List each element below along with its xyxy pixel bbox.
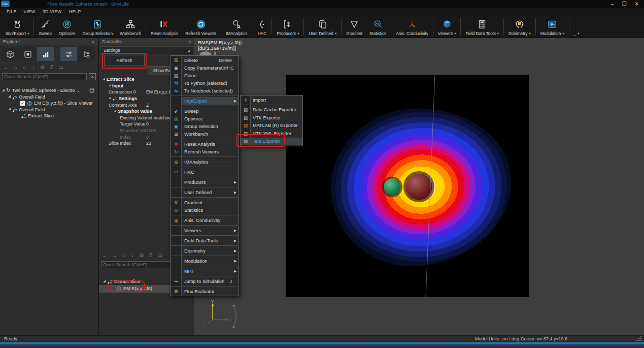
context-menu-item[interactable]: Imp/Export ▶ [171, 97, 239, 105]
expander-icon[interactable] [8, 95, 11, 98]
resize-grip[interactable] [636, 336, 642, 341]
context-menu-item[interactable]: ☒ Delete Delete [171, 56, 239, 64]
context-menu-item[interactable]: ▣ Copy Parameters Ctrl+C [171, 64, 239, 72]
tree-row-simulation[interactable]: ↻ Two Metallic Spheres - Electro Quasi-S… [0, 87, 98, 94]
tab-hierarchy[interactable] [78, 47, 95, 61]
context-menu-item[interactable]: ✖ Reset Analysis [171, 140, 239, 148]
menu-bar-item[interactable]: HELP [65, 9, 85, 14]
toolbar-viewers[interactable]: Viewers▾ [434, 16, 460, 38]
context-menu-item[interactable]: ψ Anis. Conducivity [171, 216, 239, 224]
expander-icon[interactable] [109, 84, 111, 86]
context-menu-item[interactable]: ◠ HAC [171, 168, 239, 176]
toolbar-statistics[interactable]: Statistics [366, 16, 390, 38]
context-menu-item[interactable]: ∇ Gradient [171, 199, 239, 206]
close-button[interactable]: ✕ [635, 2, 639, 7]
restore-button[interactable]: ❐ [622, 2, 627, 7]
tree-row-overall-field-1[interactable]: Overall Field [0, 94, 98, 101]
quick-search-input[interactable] [2, 73, 87, 80]
tree-row-em-slice-viewer[interactable]: ✓ EM E(x,y,z,f0) - Slice Viewer [0, 100, 98, 107]
toolbar-dosimetry[interactable]: Dosimetry▾ [505, 16, 534, 38]
context-menu-item[interactable]: ↻ Refresh Viewers [171, 148, 239, 155]
nav-icon[interactable]: Z [148, 252, 154, 259]
submenu-item[interactable]: ▤ VTK Exporter [241, 114, 302, 122]
submenu-item[interactable]: ▤ Data Cache Exporter [241, 106, 302, 114]
nav-icon[interactable]: ↓ [129, 252, 135, 259]
context-menu-item[interactable]: ⊙ Statistics [171, 206, 239, 214]
context-menu-item[interactable]: Field Data Tools ▶ [171, 237, 239, 244]
expander-icon[interactable] [114, 110, 116, 112]
context-menu-item[interactable]: Modulation ▶ [171, 257, 239, 265]
nav-icon[interactable]: ⊙ [40, 65, 46, 71]
context-menu-item[interactable]: ⊙ IMAnalytics [171, 158, 239, 166]
property-value[interactable]: 1000 [146, 128, 156, 133]
toolbar-gradient[interactable]: Gradient [343, 16, 366, 38]
context-menu-item[interactable]: ⇆ To Notebook (selected) [171, 87, 239, 94]
toolbar-modulation[interactable]: Modulation▾ [537, 16, 568, 38]
nav-icon[interactable]: ▭ [157, 252, 163, 259]
context-menu-item[interactable]: ⚙ Flux Evaluator [171, 288, 239, 295]
menu-bar-item[interactable]: VIEW [20, 9, 39, 14]
context-menu-item[interactable]: Viewers ▶ [171, 227, 239, 234]
expander-icon[interactable] [109, 97, 111, 99]
panel-close-icon[interactable]: ✕ [91, 40, 95, 44]
property-value[interactable]: not matching [146, 115, 172, 120]
nav-icon[interactable]: ⌂ [21, 65, 27, 71]
context-menu-item[interactable]: Dosimetry ▶ [171, 247, 239, 255]
nav-icon[interactable]: ⌂ [120, 252, 126, 259]
toolbar-field-data-tools[interactable]: Field Data Tools▾ [462, 16, 502, 38]
nav-icon[interactable]: → [111, 252, 117, 259]
submenu-item[interactable]: ⇩ Import [241, 96, 302, 104]
context-menu-item[interactable]: ▣ Group Selection [171, 122, 239, 130]
nav-icon[interactable]: ← [102, 252, 108, 259]
toolbar-sweep[interactable]: Sweep [35, 16, 55, 38]
expander-icon[interactable] [2, 89, 5, 91]
toolbar-anis-conductivity[interactable]: Anis. Conducivity [392, 16, 432, 38]
property-value[interactable]: 0 [146, 121, 149, 126]
toolbar-producers[interactable]: Producers▾ [273, 16, 302, 38]
nav-icon[interactable]: ↓ [30, 65, 37, 71]
context-menu-item[interactable]: ⇆ To Python (selected) [171, 79, 239, 87]
context-menu-item[interactable]: ⊞ Workbench [171, 130, 239, 138]
slice-render-area[interactable] [286, 75, 529, 297]
property-value[interactable]: 23 [146, 141, 151, 146]
toolbar-imanalytics[interactable]: IMAnalytics [222, 16, 251, 38]
menu-bar-item[interactable]: 3D VIEW [39, 9, 65, 14]
context-menu-item[interactable]: MRI ▶ [171, 267, 239, 275]
nav-icon[interactable]: → [12, 65, 18, 71]
tab-properties[interactable] [60, 47, 77, 61]
tree-row-extract-slice[interactable]: Extract Slice [0, 113, 98, 119]
toolbar-reset-analysis[interactable]: Reset Analysis [147, 16, 182, 38]
minimize-button[interactable]: – [611, 2, 614, 7]
property-value[interactable]: 0 [146, 135, 149, 140]
toolbar-workbench[interactable]: Workbench [116, 16, 145, 38]
property-value[interactable]: Z [146, 103, 149, 108]
toolbar-refresh-viewers[interactable]: Refresh Viewers [182, 16, 220, 38]
expander-icon[interactable] [103, 78, 105, 80]
context-menu-item[interactable]: User Defined ▶ [171, 188, 239, 196]
context-menu-item[interactable]: ↪ Jump to Simulation J [171, 277, 239, 285]
toolbar-imp-export[interactable]: Imp/Export▾ [2, 16, 32, 38]
expander-icon[interactable] [103, 280, 106, 282]
toolbar-user-defined[interactable]: User Defined▾ [305, 16, 340, 38]
toolbar-overflow[interactable]: _▾ [570, 16, 583, 38]
toolbar-optimize[interactable]: Optimize [55, 16, 79, 38]
nav-icon[interactable]: ← [3, 65, 9, 71]
menu-bar-item[interactable]: FILE [3, 9, 20, 14]
submenu-item[interactable]: ▤ MATLAB (R) Exporter [241, 122, 302, 130]
nav-icon[interactable]: ⊙ [139, 252, 145, 259]
context-menu-item[interactable]: ⇙ Sweep [171, 107, 239, 115]
viewport-3d[interactable]: RMS{EM E(x,y,z,f0)} [dB(1.36e+3V/m)] 0 Y… [194, 38, 644, 335]
clear-search-icon[interactable]: ✕ [89, 73, 96, 80]
tab-analysis[interactable] [37, 47, 54, 61]
tab-model[interactable] [2, 47, 18, 61]
toolbar-hac[interactable]: HAC [253, 16, 270, 38]
visibility-checkbox[interactable]: ✓ [20, 101, 25, 106]
panel-close-icon[interactable]: ✕ [188, 40, 191, 44]
context-menu-item[interactable]: ◎ Optimize [171, 115, 239, 122]
tree-row-overall-field-2[interactable]: Overall Field [0, 107, 98, 113]
nav-icon[interactable]: Z [49, 65, 55, 71]
expander-icon[interactable] [8, 108, 11, 110]
nav-icon[interactable]: ▭ [58, 65, 64, 71]
context-menu-item[interactable]: Producers ▶ [171, 178, 239, 186]
toolbar-group-selection[interactable]: Group Selection [79, 16, 117, 38]
